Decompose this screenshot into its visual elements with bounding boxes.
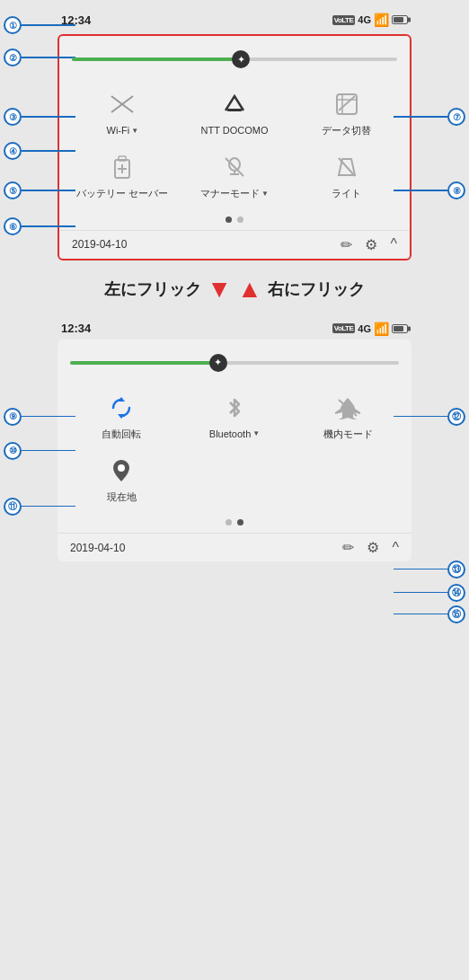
tile-location[interactable]: 現在地 [65,446,178,508]
svg-line-6 [339,96,355,110]
settings-icon[interactable]: ⚙ [365,236,377,253]
dot-2 [237,216,243,223]
brightness-sun-icon-bottom: ✦ [214,357,222,368]
wifi-label-row: Wi-Fi ▼ [107,124,139,137]
brightness-track[interactable]: ✦ [72,57,397,61]
manner-icon [218,151,251,183]
annotation-8: ⑧ [394,181,465,199]
bottom-panel: ✦ [58,340,411,562]
expand-icon[interactable]: ^ [390,236,397,252]
page-dots-bottom [58,516,411,533]
bluetooth-icon [218,392,251,424]
quick-tiles-grid-bottom: 自動回転 Bluetooth ▼ [58,379,411,516]
down-arrow: ▼ [207,275,232,304]
tile-manner[interactable]: マナーモード ▼ [179,142,291,205]
battery-saver-label: バッテリー セーバー [76,187,168,199]
light-icon [331,151,363,183]
annotation-12: ⑫ [394,408,465,426]
brightness-sun-icon: ✦ [237,54,245,66]
tile-rotate[interactable]: 自動回転 [65,383,178,446]
status-bar-bottom: 12:34 VoLTE 4G 📶 [47,318,422,340]
footer-date-bottom: 2019-04-10 [70,542,125,554]
annotation-10: ⑩ [4,442,75,460]
brightness-panel: ✦ Wi-Fi [58,34,411,260]
brightness-thumb[interactable]: ✦ [232,50,250,68]
quick-tiles-grid: Wi-Fi ▼ NTT DOCOMO [59,75,410,213]
dot-bottom-1 [226,519,232,525]
ntt-icon [218,88,251,120]
brightness-fill [72,57,241,61]
annotation-2: ② [4,49,75,66]
settings-icon-bottom[interactable]: ⚙ [367,539,379,556]
dot-bottom-2 [237,519,243,525]
manner-label-row: マナーモード ▼ [200,187,269,199]
battery-saver-icon [106,151,138,183]
bluetooth-dropdown-arrow: ▼ [252,429,260,437]
annotation-5: ⑤ [4,181,75,199]
dot-1 [226,216,232,223]
rotate-label: 自動回転 [102,428,141,440]
svg-rect-2 [227,109,242,111]
battery-icon [392,15,408,24]
expand-icon-bottom[interactable]: ^ [392,540,399,556]
ntt-label: NTT DOCOMO [201,124,269,137]
rotate-icon [105,392,137,424]
tile-airplane[interactable]: 機内モード [291,383,404,446]
annotation-7: ⑦ [394,108,465,126]
network-badge-bottom: 4G [358,323,371,334]
manner-dropdown-arrow: ▼ [261,190,269,198]
location-icon [105,455,137,487]
brightness-slider-row[interactable]: ✦ [59,43,410,75]
panel-footer: 2019-04-10 ✏ ⚙ ^ [59,230,410,259]
edit-icon[interactable]: ✏ [341,236,352,253]
bluetooth-label: Bluetooth [209,428,251,440]
airplane-icon [332,392,364,424]
status-icons-bottom: VoLTE 4G 📶 [332,322,408,336]
location-label: 現在地 [107,490,137,503]
brightness-slider-row-bottom[interactable]: ✦ [58,347,411,379]
tile-ntt[interactable]: NTT DOCOMO [179,79,291,142]
svg-point-19 [118,464,125,472]
right-flick-text: 右にフリック [268,278,365,300]
middle-label-section: 左にフリック ▼ ▲ 右にフリック [0,260,469,318]
wifi-icon [106,88,138,120]
tile-bluetooth[interactable]: Bluetooth ▼ [178,383,291,446]
airplane-label: 機内モード [323,428,373,440]
annotation-4: ④ [4,142,75,160]
brightness-thumb-bottom[interactable]: ✦ [209,354,227,372]
signal-icon-bottom: 📶 [374,322,389,336]
annotation-14: ⑭ [394,584,465,602]
brightness-track-bottom[interactable]: ✦ [70,361,399,365]
battery-icon-bottom [392,324,408,333]
tile-data[interactable]: データ切替 [290,79,403,142]
annotation-3: ③ [4,108,75,126]
tile-light[interactable]: ライト [290,142,403,205]
annotation-15: ⑮ [394,605,465,623]
tile-battery-saver[interactable]: バッテリー セーバー [66,142,179,205]
edit-icon-bottom[interactable]: ✏ [342,539,354,556]
manner-label: マナーモード [200,187,260,199]
svg-rect-8 [119,156,126,161]
light-label: ライト [332,187,361,199]
panel-footer-bottom: 2019-04-10 ✏ ⚙ ^ [58,533,411,561]
bottom-section: ⑨ ⑩ ⑪ 12:34 VoLTE 4G 📶 [0,318,469,571]
annotation-11: ⑪ [4,498,75,516]
footer-action-icons: ✏ ⚙ ^ [341,236,397,253]
status-icons: VoLTE 4G 📶 [332,13,408,27]
status-bar: 12:34 VoLTE 4G 📶 [47,9,422,31]
network-badge: 4G [358,14,371,25]
up-arrow: ▲ [237,275,262,304]
page-dots [59,213,410,230]
annotation-1: ① [4,16,75,34]
tile-wifi[interactable]: Wi-Fi ▼ [66,79,179,142]
left-flick-text: 左にフリック [104,278,201,300]
brightness-fill-bottom [70,361,218,365]
annotation-6: ⑥ [4,217,75,235]
top-section: ① ② ③ ④ ⑤ [0,0,469,260]
volte-badge: VoLTE [332,15,356,25]
annotation-9: ⑨ [4,408,75,426]
status-time-bottom: 12:34 [61,322,91,335]
volte-badge-bottom: VoLTE [332,323,356,333]
signal-icon: 📶 [374,13,389,27]
footer-action-icons-bottom: ✏ ⚙ ^ [342,539,399,556]
